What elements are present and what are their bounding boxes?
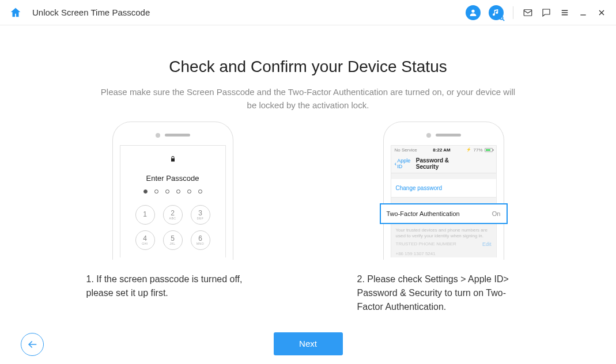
- page-title: Check and Confirm your Device Status: [46, 58, 570, 76]
- phone-speaker: [165, 134, 190, 136]
- nav-bar: ‹Apple ID Password & Security: [391, 154, 496, 173]
- phone-speaker: [436, 134, 461, 136]
- twofa-value: On: [492, 210, 501, 217]
- edit-link: Edit: [482, 241, 492, 248]
- close-icon[interactable]: [596, 7, 607, 18]
- phone-top-bar: [384, 126, 504, 145]
- menu-icon[interactable]: [560, 7, 570, 18]
- music-search-icon[interactable]: [489, 5, 504, 20]
- twofa-label: Two-Factor Authentication: [387, 210, 460, 217]
- battery-indicator: ⚡ 77%: [466, 147, 492, 153]
- app-title: Unlock Screen Time Passcode: [32, 7, 150, 17]
- back-button[interactable]: [21, 333, 44, 356]
- twofa-caption: 2. Please check Settings > Apple ID> Pas…: [357, 272, 530, 314]
- passcode-dots: [143, 189, 202, 194]
- key-1: 1: [135, 205, 155, 225]
- keypad: 1 2ABC 3DEF 4GHI 5JKL 6MNO: [135, 205, 210, 250]
- phone-top-bar: [113, 126, 233, 145]
- status-bar: No Service 8:22 AM ⚡ 77%: [391, 146, 496, 154]
- key-2: 2ABC: [163, 205, 183, 225]
- nav-title: Password & Security: [416, 157, 471, 170]
- settings-phone-illustration: No Service 8:22 AM ⚡ 77% ‹Apple ID Passw…: [383, 122, 504, 260]
- svg-line-2: [502, 19, 504, 21]
- two-column-layout: Enter Passcode 1 2ABC 3DEF 4GHI 5JKL 6MN…: [46, 122, 570, 314]
- key-6: 6MNO: [191, 230, 210, 250]
- key-5: 5JKL: [163, 230, 183, 250]
- key-3: 3DEF: [191, 205, 210, 225]
- enter-passcode-label: Enter Passcode: [146, 174, 199, 183]
- main-content: Check and Confirm your Device Status Ple…: [0, 25, 616, 355]
- passcode-caption: 1. If the screen passcode is turned off,…: [86, 272, 259, 300]
- carrier-label: No Service: [395, 147, 417, 153]
- passcode-phone-illustration: Enter Passcode 1 2ABC 3DEF 4GHI 5JKL 6MN…: [112, 122, 233, 260]
- header-bar: Unlock Screen Time Passcode: [0, 0, 616, 25]
- phone-camera-dot: [156, 133, 160, 138]
- next-button[interactable]: Next: [274, 332, 343, 355]
- separator: [513, 6, 513, 19]
- minimize-icon[interactable]: [578, 7, 588, 18]
- nav-back: ‹Apple ID: [395, 158, 416, 169]
- svg-point-1: [500, 16, 503, 19]
- lock-icon: [169, 155, 176, 165]
- twofa-column: No Service 8:22 AM ⚡ 77% ‹Apple ID Passw…: [357, 122, 530, 314]
- mail-icon[interactable]: [523, 7, 533, 18]
- header-actions: [466, 5, 607, 20]
- svg-point-0: [471, 9, 474, 12]
- trusted-description: Your trusted devices and phone numbers a…: [391, 224, 496, 261]
- two-factor-cell: Two-Factor Authentication On: [380, 203, 508, 224]
- svg-rect-3: [524, 9, 532, 16]
- settings-screen: No Service 8:22 AM ⚡ 77% ‹Apple ID Passw…: [391, 145, 497, 257]
- status-time: 8:22 AM: [433, 147, 450, 153]
- key-4: 4GHI: [135, 230, 155, 250]
- page-subtitle: Please make sure the Screen Passcode and…: [101, 85, 516, 112]
- feedback-icon[interactable]: [541, 7, 551, 18]
- account-icon[interactable]: [466, 5, 481, 20]
- passcode-column: Enter Passcode 1 2ABC 3DEF 4GHI 5JKL 6MN…: [86, 122, 259, 300]
- home-icon[interactable]: [9, 6, 22, 19]
- phone-camera-dot: [426, 133, 431, 138]
- change-password-cell: Change password: [391, 179, 496, 198]
- passcode-screen: Enter Passcode 1 2ABC 3DEF 4GHI 5JKL 6MN…: [120, 145, 226, 257]
